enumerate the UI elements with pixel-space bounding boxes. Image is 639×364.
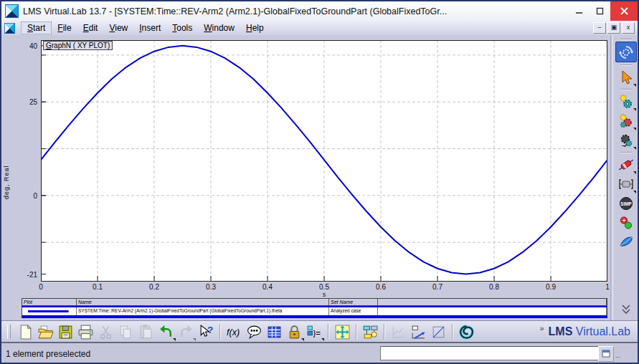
right-toolbar-overflow-chevron[interactable]: [616, 300, 636, 319]
copy-button[interactable]: [115, 322, 136, 341]
undo-button[interactable]: [156, 322, 176, 341]
x-tick-label: 1: [605, 283, 610, 291]
menu-file[interactable]: File: [52, 22, 77, 34]
new-window-button[interactable]: [428, 322, 448, 341]
mech-gear-dark-button[interactable]: [616, 130, 636, 150]
mech-gear-sparkle-button[interactable]: [616, 92, 636, 111]
legend-curve-row[interactable]: SYSTEM:Time::REV-Arm2 (Arm2.1)-GlobalFix…: [22, 306, 607, 317]
open-folder-icon: [37, 324, 54, 340]
app-logo-icon: [5, 4, 19, 18]
legend-header-setname: Set Name: [329, 299, 378, 305]
x-tick-label: 0.6: [376, 283, 386, 291]
status-more-button[interactable]: ...: [615, 352, 621, 359]
title-bar: LMS Virtual.Lab 13.7 - [SYSTEM:Time::REV…: [1, 1, 638, 21]
y-tick-label: -21: [9, 270, 37, 278]
lock-icon: [286, 324, 303, 340]
formula-set-button[interactable]: }=: [304, 322, 324, 341]
open-folder-button[interactable]: [35, 322, 55, 341]
redo-button[interactable]: [176, 322, 196, 341]
diagram-bulb-button[interactable]: [360, 322, 380, 341]
right-toolbar: SIMP: [615, 35, 638, 320]
command-input[interactable]: [380, 346, 601, 360]
save-icon: [57, 324, 74, 340]
cut-button[interactable]: [95, 322, 115, 341]
maximize-button[interactable]: [590, 4, 610, 19]
mdi-close-button[interactable]: x: [622, 22, 635, 34]
plot-canvas[interactable]: GraphN ( XY PLOT): [41, 40, 607, 282]
plot-title-chip[interactable]: GraphN ( XY PLOT): [43, 41, 113, 50]
menu-edit[interactable]: Edit: [77, 22, 104, 34]
status-popup-button[interactable]: [598, 346, 614, 362]
menu-tools[interactable]: Tools: [166, 22, 198, 34]
save-button[interactable]: [55, 322, 75, 341]
mdi-restore-button[interactable]: ▣: [607, 22, 620, 34]
legend-underline: [22, 317, 607, 318]
spheres-button[interactable]: [616, 213, 636, 232]
menu-help[interactable]: Help: [240, 22, 270, 34]
swirl-button[interactable]: [456, 322, 476, 341]
mdi-minimize-button[interactable]: –: [593, 22, 606, 34]
document-logo-icon: [4, 23, 15, 34]
fit-view-button[interactable]: [332, 322, 352, 341]
curve-color-swatch: [28, 310, 69, 312]
select-cursor-button[interactable]: [616, 67, 636, 87]
fit-view-icon: [334, 324, 351, 340]
new-document-button[interactable]: [15, 322, 35, 341]
status-bar: 1 element preselected ...: [1, 342, 638, 364]
chart-disabled-button[interactable]: [388, 322, 408, 341]
toolbar-drag-handle[interactable]: [7, 325, 11, 339]
graph-document-area: GraphN ( XY PLOT) 40250-21 00.10.20.30.4…: [1, 35, 638, 320]
minimize-button[interactable]: [569, 4, 590, 19]
swirl-icon: [458, 324, 475, 340]
svg-text:?: ?: [207, 324, 213, 335]
x-tick-label: 0.7: [432, 283, 442, 291]
new-document-icon: [17, 324, 34, 340]
comment-button[interactable]: [244, 322, 264, 341]
grid-icon: [266, 324, 283, 340]
chart-update-button[interactable]: [408, 322, 428, 341]
toolbar-separator: [384, 324, 384, 340]
mech-gear-sparkle2-icon: [618, 113, 634, 129]
menu-window[interactable]: Window: [198, 22, 240, 34]
help-cursor-icon: ?: [198, 324, 214, 340]
refresh-gear-button[interactable]: [615, 42, 637, 62]
joint-button[interactable]: [616, 174, 636, 193]
menu-view[interactable]: View: [103, 22, 133, 34]
simp-icon: SIMP: [618, 196, 634, 211]
standard-toolbar: ?f(x)}= » LMS Virtual.Lab: [1, 320, 638, 343]
x-tick-label: 0: [39, 283, 43, 291]
help-cursor-button[interactable]: ?: [196, 322, 216, 341]
refresh-gear-icon: [618, 44, 634, 60]
lock-button[interactable]: [284, 322, 304, 341]
x-tick-label: 0.2: [149, 283, 159, 291]
formula-set-icon: }=: [306, 324, 323, 340]
toolbar-separator: [452, 324, 453, 340]
svg-text:SIMP: SIMP: [620, 201, 633, 206]
chevron-down-icon[interactable]: [633, 147, 636, 150]
chevron-down-icon[interactable]: [321, 338, 324, 341]
status-message: 1 element preselected: [6, 349, 90, 359]
function-button[interactable]: f(x): [224, 322, 244, 341]
legend-swatch-cell: [22, 307, 77, 315]
paste-button[interactable]: [136, 322, 156, 341]
toolbar-separator: [219, 324, 220, 340]
legend-header-plot: Plot: [22, 299, 77, 305]
chevron-down-icon[interactable]: [633, 84, 636, 87]
grid-button[interactable]: [264, 322, 284, 341]
print-button[interactable]: [75, 322, 95, 341]
window-title: LMS Virtual.Lab 13.7 - [SYSTEM:Time::REV…: [23, 6, 569, 16]
menu-start[interactable]: Start: [21, 21, 52, 34]
shell-button[interactable]: [616, 232, 636, 252]
menu-insert[interactable]: Insert: [133, 22, 166, 34]
toolbar-overflow-chevron[interactable]: »: [539, 324, 544, 332]
chart-disabled-icon: [390, 324, 407, 340]
damper-button[interactable]: [616, 155, 636, 174]
toolbar-separator: [620, 152, 632, 153]
y-axis-title: deg, Real: [3, 128, 13, 236]
spheres-icon: [618, 215, 634, 231]
y-tick-label: 25: [9, 98, 37, 106]
menu-bar: StartFileEditViewInsertToolsWindowHelp –…: [1, 21, 638, 36]
close-button[interactable]: [610, 1, 638, 21]
mech-gear-sparkle2-button[interactable]: [616, 111, 636, 130]
simp-button[interactable]: SIMP: [616, 193, 636, 213]
